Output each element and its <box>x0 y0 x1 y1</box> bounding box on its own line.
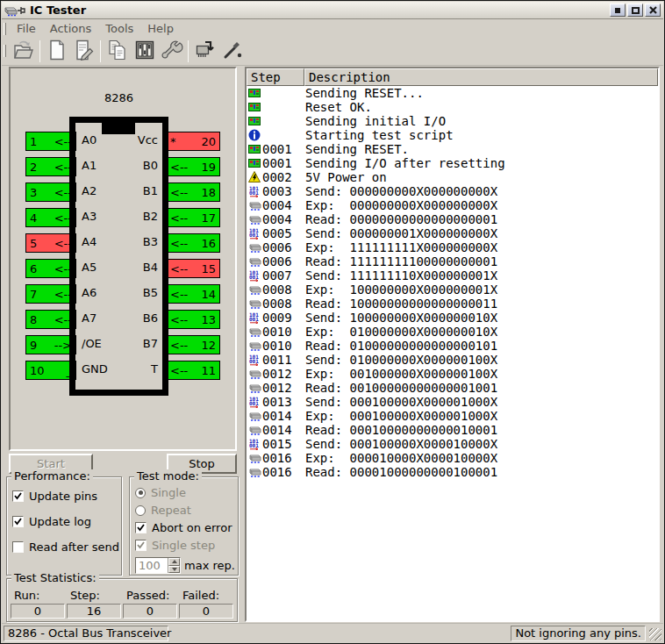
menubar-grip[interactable] <box>4 23 6 35</box>
log-row[interactable]: Reset OK. <box>247 100 658 114</box>
log-step-number: 0008 <box>262 297 303 311</box>
log-step-number: 0011 <box>262 353 303 367</box>
log-row[interactable]: 0006Read: 11111111100000000001 <box>247 254 658 268</box>
log-row[interactable]: 0008Read: 10000000000000000011 <box>247 297 658 311</box>
radio-icon[interactable] <box>135 505 146 516</box>
log-row[interactable]: 00025V Power on <box>247 170 658 184</box>
log-row[interactable]: 1010010009Send: 100000000X000000010X <box>247 311 658 325</box>
log-row[interactable]: 0001Sending I/O after resetting <box>247 156 658 170</box>
column-header-description[interactable]: Description <box>304 68 658 86</box>
log-row[interactable]: 0012Read: 00100000000000001001 <box>247 381 658 395</box>
dip-switches-button[interactable] <box>131 39 158 64</box>
log-row[interactable]: 0001Sending RESET. <box>247 142 658 156</box>
stat-label: Passed: <box>123 589 177 602</box>
log-row[interactable]: Sending RESET... <box>247 86 658 100</box>
pin-number: 1 <box>30 135 37 148</box>
log-row[interactable]: 0006Exp: 111111111X000000000X <box>247 240 658 254</box>
log-row[interactable]: 0016Exp: 000010000X000010000X <box>247 451 658 465</box>
settings-button[interactable] <box>158 39 185 64</box>
log-row[interactable]: 0010Read: 01000000000000000101 <box>247 339 658 353</box>
menu-help[interactable]: Help <box>140 21 181 36</box>
checkbox-read-after-send[interactable]: Read after send <box>12 540 121 554</box>
log-row[interactable]: 0012Exp: 001000000X000000100X <box>247 367 658 381</box>
max-rep-spinner[interactable]: 100 <box>135 557 181 574</box>
pin-15[interactable]: <--15 <box>166 259 220 278</box>
log-row[interactable]: 1010010007Send: 111111110X000000001X <box>247 268 658 283</box>
test-statistics-group: Test Statistics: Run:0Step:16Passed:0Fai… <box>6 578 238 622</box>
log-row[interactable]: 0010Exp: 010000000X000000010X <box>247 325 658 339</box>
checkbox-icon[interactable] <box>12 516 24 527</box>
log-row[interactable]: 0008Exp: 100000000X000000001X <box>247 283 658 297</box>
pin-13[interactable]: <--13 <box>166 310 220 329</box>
max-rep-value[interactable]: 100 <box>136 558 168 573</box>
status-chip-description: 8286 - Octal Bus Transceiver <box>4 626 168 641</box>
log-row[interactable]: 0004Read: 00000000000000000001 <box>247 212 658 226</box>
close-button[interactable] <box>645 4 661 17</box>
titlebar[interactable]: IC Tester <box>2 2 663 19</box>
log-row[interactable]: 0014Read: 00010000000000010001 <box>247 423 658 437</box>
menu-actions[interactable]: Actions <box>43 21 99 36</box>
toolbar-separator <box>188 40 189 62</box>
chip-pin-label: A4 <box>82 235 97 248</box>
pin-11[interactable]: <--11 <box>166 361 220 380</box>
probe-button[interactable] <box>218 39 246 64</box>
new-log-button[interactable] <box>43 39 70 64</box>
stat-label: Run: <box>11 589 65 602</box>
log-row[interactable]: 1010010003Send: 000000000X000000000X <box>247 184 658 198</box>
open-file-button[interactable] <box>10 39 37 64</box>
log-description: Send: 000000001X000000000X <box>303 226 497 240</box>
performance-options: Update pinsUpdate logRead after send <box>7 490 121 554</box>
pin-16[interactable]: <--16 <box>166 233 220 253</box>
maximize-button[interactable] <box>627 4 643 17</box>
test-ic-button[interactable] <box>191 39 218 64</box>
checkbox-update-log[interactable]: Update log <box>12 515 121 528</box>
copy-log-button[interactable] <box>104 39 131 64</box>
log-row[interactable]: 0004Exp: 000000000X000000000X <box>247 198 658 212</box>
radio-icon[interactable] <box>135 488 146 498</box>
pin-18[interactable]: <--18 <box>166 182 220 202</box>
checkbox-icon[interactable] <box>12 490 24 502</box>
pin-19[interactable]: <--19 <box>166 157 220 176</box>
column-header-step[interactable]: Step <box>247 68 304 86</box>
minimize-button[interactable] <box>610 4 626 17</box>
log-row[interactable]: Starting test script <box>247 128 658 142</box>
log-row[interactable]: 1010010013Send: 000100000X000001000X <box>247 395 658 409</box>
checkbox-single-step[interactable]: Single step <box>135 539 238 552</box>
spin-down-button[interactable] <box>168 566 180 574</box>
spin-up-button[interactable] <box>168 558 180 566</box>
log-row[interactable]: Sending initial I/O <box>247 114 658 128</box>
new-document-icon <box>46 39 68 64</box>
chip-pin-label: A2 <box>82 184 97 197</box>
chip-gray-icon <box>247 424 262 436</box>
pin-12[interactable]: <--12 <box>166 335 220 354</box>
radio-repeat[interactable]: Repeat <box>135 504 238 517</box>
svg-text:001: 001 <box>249 400 259 406</box>
toolbar-grip[interactable] <box>4 45 6 57</box>
chip-gray-icon <box>247 466 262 478</box>
menu-tools[interactable]: Tools <box>98 21 140 36</box>
checkbox-icon[interactable] <box>135 540 147 551</box>
pin-20[interactable]: *20 <box>166 132 220 151</box>
checkbox-icon[interactable] <box>135 522 147 533</box>
info-icon <box>247 129 262 141</box>
resize-grip[interactable] <box>649 628 661 640</box>
pin-direction: <-- <box>170 262 188 275</box>
pin-17[interactable]: <--17 <box>166 208 220 227</box>
checkbox-icon[interactable] <box>12 541 24 553</box>
checkbox-update-pins[interactable]: Update pins <box>12 490 121 503</box>
radio-single[interactable]: Single <box>135 486 238 499</box>
log-row[interactable]: 0016Read: 00001000000000100001 <box>247 465 658 479</box>
pin-number: 17 <box>201 211 216 225</box>
log-step-number: 0004 <box>262 212 303 226</box>
log-row[interactable]: 1010010015Send: 000100000X000010000X <box>247 437 658 451</box>
edit-log-button[interactable] <box>70 39 97 64</box>
chip-gray-icon <box>247 255 262 268</box>
chip-green-icon <box>247 157 262 169</box>
log-row[interactable]: 1010010011Send: 010000000X000000100X <box>247 353 658 367</box>
log-row[interactable]: 1010010005Send: 000000001X000000000X <box>247 226 658 240</box>
pin-14[interactable]: <--14 <box>166 284 220 304</box>
menu-file[interactable]: File <box>10 21 43 36</box>
chip-green-icon <box>247 101 262 113</box>
checkbox-abort-on-error[interactable]: Abort on error <box>135 521 238 534</box>
log-row[interactable]: 0014Exp: 000100000X000001000X <box>247 409 658 423</box>
